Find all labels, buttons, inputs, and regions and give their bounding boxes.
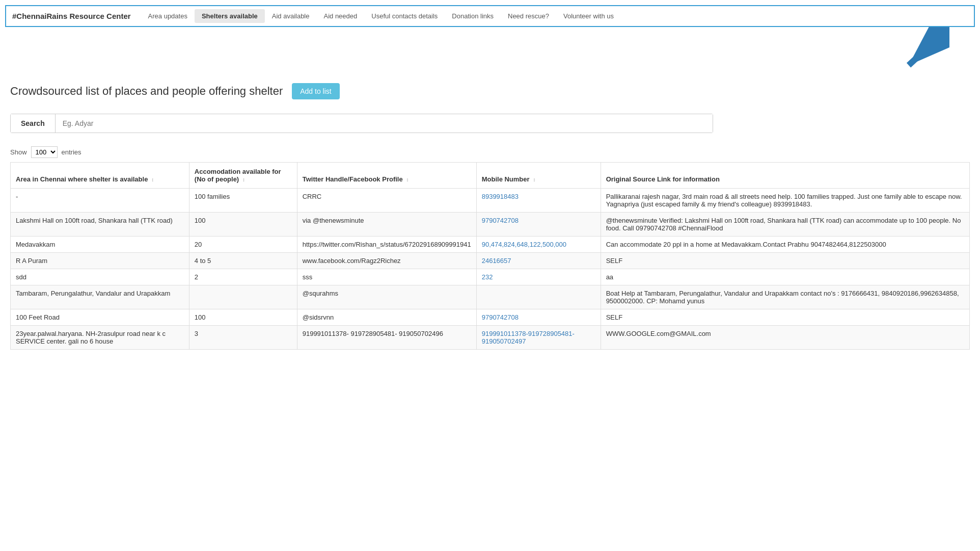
table-row: -100 familiesCRRC8939918483Pallikaranai … (11, 189, 970, 213)
nav-item-area-updates[interactable]: Area updates (141, 9, 195, 23)
table-cell: 2 (189, 269, 297, 285)
nav-items: Area updatesShelters availableAid availa… (141, 9, 621, 23)
table-cell: 100 families (189, 189, 297, 213)
add-to-list-button[interactable]: Add to list (292, 83, 339, 99)
nav-item-aid-available[interactable]: Aid available (265, 9, 317, 23)
navigation-bar: #ChennaiRains Resource Center Area updat… (5, 5, 975, 27)
col-header[interactable]: Accomodation available for (No of people… (189, 163, 297, 189)
mobile-link[interactable]: 9790742708 (482, 217, 519, 224)
page-title: Crowdsourced list of places and people o… (10, 85, 283, 98)
arrow-decoration (5, 27, 980, 73)
table-cell: 919991011378- 919728905481- 919050702496 (297, 326, 476, 350)
table-cell: Boat Help at Tambaram, Perungalathur, Va… (601, 285, 969, 309)
table-cell: 20 (189, 237, 297, 253)
svg-line-1 (909, 32, 944, 65)
table-cell[interactable]: 90,474,824,648,122,500,000 (476, 237, 601, 253)
heading-row: Crowdsourced list of places and people o… (0, 73, 980, 104)
mobile-link[interactable]: 24616657 (482, 257, 511, 265)
mobile-link[interactable]: 919991011378-919728905481-919050702497 (482, 330, 575, 345)
col-header[interactable]: Mobile Number ↕ (476, 163, 601, 189)
table-cell: Can accommodate 20 ppl in a home at Meda… (601, 237, 969, 253)
table-row: 100 Feet Road100@sidsrvnn9790742708SELF (11, 309, 970, 326)
table-cell[interactable]: 919991011378-919728905481-919050702497 (476, 326, 601, 350)
table-cell: R A Puram (11, 253, 189, 269)
mobile-link[interactable]: 9790742708 (482, 313, 519, 321)
nav-item-volunteer-with-us[interactable]: Volunteer with us (556, 9, 621, 23)
table-body: -100 familiesCRRC8939918483Pallikaranai … (11, 189, 970, 350)
table-row: 23year.palwal.haryana. NH-2rasulpur road… (11, 326, 970, 350)
nav-item-need-rescue?[interactable]: Need rescue? (501, 9, 556, 23)
table-cell: WWW.GOOGLE.com@GMAIL.com (601, 326, 969, 350)
table-cell (476, 285, 601, 309)
table-cell: 100 (189, 213, 297, 237)
mobile-link[interactable]: 90,474,824,648,122,500,000 (482, 241, 566, 248)
table-cell[interactable]: 24616657 (476, 253, 601, 269)
table-row: sdd2sss232aa (11, 269, 970, 285)
search-input[interactable] (56, 114, 713, 133)
nav-item-donation-links[interactable]: Donation links (445, 9, 501, 23)
table-cell: Tambaram, Perungalathur, Vandalur and Ur… (11, 285, 189, 309)
table-cell: SELF (601, 309, 969, 326)
table-cell: @thenewsminute Verified: Lakshmi Hall on… (601, 213, 969, 237)
table-cell: via @thenewsminute (297, 213, 476, 237)
table-cell[interactable]: 232 (476, 269, 601, 285)
table-cell: SELF (601, 253, 969, 269)
table-cell[interactable]: 9790742708 (476, 309, 601, 326)
entries-label: entries (62, 148, 81, 156)
table-cell: @squrahms (297, 285, 476, 309)
table-cell: @sidsrvnn (297, 309, 476, 326)
nav-item-useful-contacts-details[interactable]: Useful contacts details (364, 9, 445, 23)
table-cell: 4 to 5 (189, 253, 297, 269)
mobile-link[interactable]: 232 (482, 273, 493, 281)
entries-select[interactable]: 102550100 (31, 146, 58, 158)
col-header: Original Source Link for information (601, 163, 969, 189)
mobile-link[interactable]: 8939918483 (482, 193, 519, 200)
table-row: Tambaram, Perungalathur, Vandalur and Ur… (11, 285, 970, 309)
table-cell: 3 (189, 326, 297, 350)
table-cell: https://twitter.com/Rishan_s/status/6720… (297, 237, 476, 253)
shelters-table: Area in Chennai where shelter is availab… (10, 162, 970, 350)
table-row: R A Puram4 to 5www.facebook.com/Ragz2Ric… (11, 253, 970, 269)
table-row: Lakshmi Hall on 100ft road, Shankara hal… (11, 213, 970, 237)
table-cell: 100 Feet Road (11, 309, 189, 326)
table-cell: aa (601, 269, 969, 285)
table-cell: www.facebook.com/Ragz2Richez (297, 253, 476, 269)
table-cell[interactable]: 8939918483 (476, 189, 601, 213)
data-table-wrapper: Area in Chennai where shelter is availab… (0, 162, 980, 360)
pointer-arrow-icon (899, 27, 949, 73)
table-cell: Lakshmi Hall on 100ft road, Shankara hal… (11, 213, 189, 237)
search-button[interactable]: Search (11, 114, 56, 133)
table-cell: CRRC (297, 189, 476, 213)
table-row: Medavakkam20https://twitter.com/Rishan_s… (11, 237, 970, 253)
table-cell: sdd (11, 269, 189, 285)
table-header: Area in Chennai where shelter is availab… (11, 163, 970, 189)
table-cell: - (11, 189, 189, 213)
show-label: Show (10, 148, 27, 156)
sort-icon: ↕ (405, 177, 409, 182)
col-header[interactable]: Twitter Handle/Facebook Profile ↕ (297, 163, 476, 189)
sort-icon: ↕ (532, 177, 536, 182)
table-cell (189, 285, 297, 309)
table-cell: 23year.palwal.haryana. NH-2rasulpur road… (11, 326, 189, 350)
col-header[interactable]: Area in Chennai where shelter is availab… (11, 163, 189, 189)
sort-icon: ↕ (241, 177, 245, 182)
table-cell: 100 (189, 309, 297, 326)
table-cell[interactable]: 9790742708 (476, 213, 601, 237)
site-logo: #ChennaiRains Resource Center (12, 12, 131, 20)
nav-item-shelters-available[interactable]: Shelters available (195, 9, 265, 23)
table-cell: Medavakkam (11, 237, 189, 253)
search-bar: Search (10, 114, 713, 133)
nav-item-aid-needed[interactable]: Aid needed (316, 9, 364, 23)
table-cell: sss (297, 269, 476, 285)
table-cell: Pallikaranai rajesh nagar, 3rd main road… (601, 189, 969, 213)
show-entries-row: Show 102550100 entries (0, 138, 980, 162)
sort-icon: ↕ (150, 177, 154, 182)
